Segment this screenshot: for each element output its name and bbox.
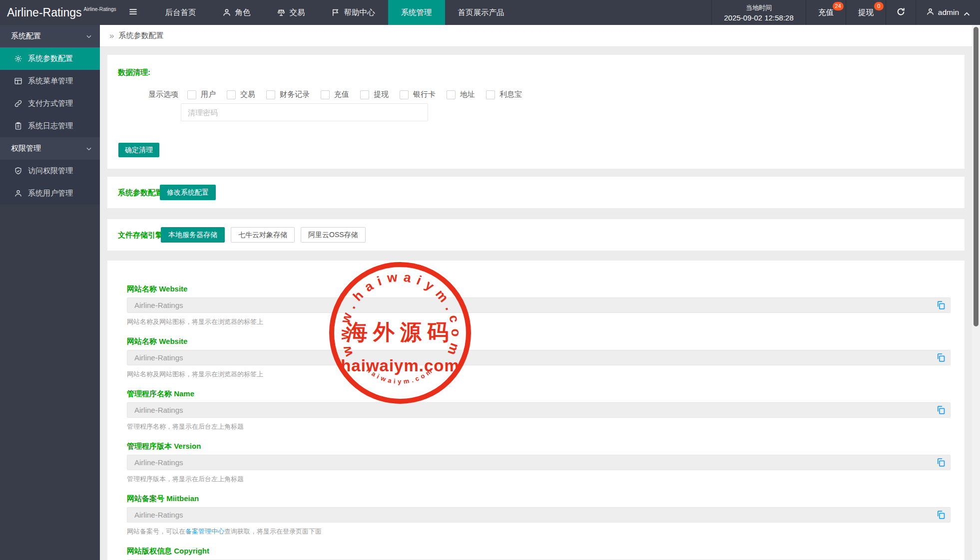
main-menu: 后台首页 角色 交易 帮助中心 系统管理 首页展示产品 xyxy=(152,0,517,25)
modify-system-config-button[interactable]: 修改系统配置 xyxy=(160,185,216,200)
copy-icon[interactable] xyxy=(936,352,946,363)
nav-item-label: 系统管理 xyxy=(401,7,432,18)
confirm-clean-button[interactable]: 确定清理 xyxy=(118,143,159,157)
field-hint: 管理程序版本，将显示在后台左上角标题 xyxy=(127,475,951,483)
person-icon xyxy=(14,189,22,198)
storage-aliyun-oss-button[interactable]: 阿里云OSS存储 xyxy=(301,227,366,243)
navbar-right: 当地时间 2025-09-02 12:58:28 充值 24 提现 0 admi… xyxy=(711,0,980,25)
nav-item-trade[interactable]: 交易 xyxy=(264,0,318,25)
checkbox[interactable] xyxy=(266,90,275,99)
checkbox[interactable] xyxy=(227,90,236,99)
field-label: 网站版权信息 Copyright xyxy=(127,547,951,556)
chevron-down-icon xyxy=(85,145,92,152)
option-address: 地址 xyxy=(447,90,475,99)
local-time-label: 当地时间 xyxy=(746,3,772,13)
checkbox[interactable] xyxy=(400,90,409,99)
checkbox[interactable] xyxy=(447,90,456,99)
sidebar-item-label: 系统菜单管理 xyxy=(28,76,73,86)
hint-text: 网站备案号，可以在 xyxy=(127,528,185,535)
website-name-input[interactable] xyxy=(127,297,951,313)
settings-form-card: 网站名称 Website 网站名称及网站图标，将显示在浏览器的标签上 网站名称 … xyxy=(107,261,965,560)
field-hint: 管理程序名称，将显示在后台左上角标题 xyxy=(127,422,951,430)
option-bank-card: 银行卡 xyxy=(400,90,436,99)
refresh-button[interactable] xyxy=(886,0,916,25)
field-admin-version: 管理程序版本 Version 管理程序版本，将显示在后台左上角标题 xyxy=(127,442,951,483)
page-scrollbar[interactable] xyxy=(972,25,980,560)
storage-local-button[interactable]: 本地服务器存储 xyxy=(161,227,225,243)
main-content: » 系统参数配置 数据清理: 显示选项 用户 交易 财务记录 充值 提现 银行卡… xyxy=(100,25,972,560)
page-title: 系统参数配置 xyxy=(118,31,163,40)
user-name: admin xyxy=(938,8,959,17)
window-layout-icon xyxy=(14,77,22,85)
copy-icon[interactable] xyxy=(936,510,946,520)
sidebar-item-payment-methods[interactable]: 支付方式管理 xyxy=(0,92,100,115)
data-clean-options-row: 显示选项 用户 交易 财务记录 充值 提现 银行卡 地址 利息宝 xyxy=(148,90,522,99)
website-name-input[interactable] xyxy=(127,350,951,365)
admin-name-input[interactable] xyxy=(127,402,951,418)
admin-version-input[interactable] xyxy=(127,455,951,470)
local-time-value: 2025-09-02 12:58:28 xyxy=(724,13,793,22)
sidebar-toggle-button[interactable] xyxy=(121,0,145,25)
checkbox[interactable] xyxy=(187,90,196,99)
field-website-name-2: 网站名称 Website 网站名称及网站图标，将显示在浏览器的标签上 xyxy=(127,337,951,378)
option-withdraw: 提现 xyxy=(360,90,389,99)
system-param-label: 系统参数配置: xyxy=(118,188,165,198)
recharge-button[interactable]: 充值 24 xyxy=(806,0,846,25)
nav-item-help-center[interactable]: 帮助中心 xyxy=(318,0,388,25)
sidebar-section-system-config[interactable]: 系统配置 xyxy=(0,25,100,47)
option-label: 地址 xyxy=(460,90,475,99)
option-label: 财务记录 xyxy=(280,90,310,99)
checkbox[interactable] xyxy=(486,90,495,99)
option-label: 交易 xyxy=(240,90,255,99)
sidebar-item-label: 系统参数配置 xyxy=(28,54,73,63)
nav-item-dashboard[interactable]: 后台首页 xyxy=(152,0,209,25)
copy-icon[interactable] xyxy=(936,457,946,468)
user-menu[interactable]: admin xyxy=(916,0,980,25)
breadcrumb: » 系统参数配置 xyxy=(100,25,972,47)
options-label: 显示选项 xyxy=(148,90,178,99)
copy-icon[interactable] xyxy=(936,405,946,415)
sidebar-section-permissions[interactable]: 权限管理 xyxy=(0,137,100,160)
withdraw-button[interactable]: 提现 0 xyxy=(846,0,886,25)
field-label: 网站名称 Website xyxy=(127,284,951,294)
nav-item-system-management[interactable]: 系统管理 xyxy=(388,0,445,25)
nav-item-roles[interactable]: 角色 xyxy=(209,0,264,25)
field-admin-name: 管理程序名称 Name 管理程序名称，将显示在后台左上角标题 xyxy=(127,389,951,430)
sidebar-item-system-users[interactable]: 系统用户管理 xyxy=(0,182,100,205)
copy-icon[interactable] xyxy=(936,300,946,310)
link-icon xyxy=(14,99,22,108)
sidebar-section-label: 权限管理 xyxy=(11,144,41,153)
system-param-card: 系统参数配置: 修改系统配置 xyxy=(107,177,965,208)
person-icon xyxy=(222,8,231,17)
flag-icon xyxy=(331,8,340,17)
option-interest: 利息宝 xyxy=(486,90,522,99)
sidebar-item-label: 访问权限管理 xyxy=(28,166,73,176)
sidebar-item-menu-management[interactable]: 系统菜单管理 xyxy=(0,70,100,92)
nav-item-homepage-products[interactable]: 首页展示产品 xyxy=(445,0,517,25)
checkbox[interactable] xyxy=(360,90,369,99)
data-clean-card: 数据清理: 显示选项 用户 交易 财务记录 充值 提现 银行卡 地址 利息宝 确… xyxy=(107,55,965,169)
nav-item-label: 首页展示产品 xyxy=(458,7,504,18)
breadcrumb-chevrons-icon: » xyxy=(109,31,114,41)
clipboard-icon xyxy=(14,122,22,130)
icp-center-link[interactable]: 备案管理中心 xyxy=(185,528,224,535)
sidebar-item-system-params[interactable]: 系统参数配置 xyxy=(0,47,100,70)
app-logo[interactable]: Airline-Ratings Airline-Ratings xyxy=(0,0,121,25)
checkbox[interactable] xyxy=(321,90,330,99)
sidebar: 系统配置 系统参数配置 系统菜单管理 支付方式管理 系统日志管理 权限管理 xyxy=(0,25,100,560)
local-time: 当地时间 2025-09-02 12:58:28 xyxy=(711,0,805,25)
withdraw-label: 提现 xyxy=(858,7,874,18)
nav-item-label: 后台首页 xyxy=(165,7,196,18)
storage-engine-options: 本地服务器存储 七牛云对象存储 阿里云OSS存储 xyxy=(161,227,366,243)
sidebar-item-access-permissions[interactable]: 访问权限管理 xyxy=(0,160,100,182)
icp-number-input[interactable] xyxy=(127,507,951,523)
sidebar-item-system-logs[interactable]: 系统日志管理 xyxy=(0,115,100,137)
storage-qiniu-button[interactable]: 七牛云对象存储 xyxy=(231,227,295,243)
hint-text: 查询获取，将显示在登录页面下面 xyxy=(224,528,322,535)
option-user: 用户 xyxy=(187,90,216,99)
clean-password-input[interactable] xyxy=(181,103,428,121)
recharge-badge: 24 xyxy=(833,2,844,10)
top-navbar: Airline-Ratings Airline-Ratings 后台首页 角色 … xyxy=(0,0,980,25)
scrollbar-thumb[interactable] xyxy=(974,27,979,326)
nav-item-label: 交易 xyxy=(290,7,305,18)
